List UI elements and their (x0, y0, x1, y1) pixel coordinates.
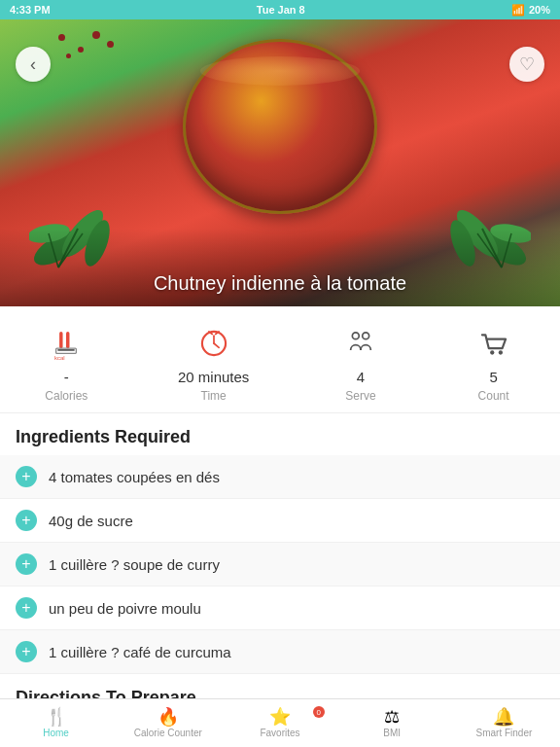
ingredient-4-text: un peu de poivre moulu (49, 600, 201, 617)
ingredient-2-text: 40g de sucre (49, 513, 133, 529)
add-ingredient-4-button[interactable]: + (16, 597, 37, 619)
ingredients-title: Ingredients Required (16, 427, 191, 446)
ingredients-section-header: Ingredients Required (0, 413, 560, 455)
info-calories: kcal - Calories (45, 322, 88, 403)
calories-value: - (64, 369, 69, 385)
info-serve: 4 Serve (339, 322, 382, 403)
hero-image: ‹ ♡ Chutney indienne à la tomate (0, 19, 560, 306)
favorites-icon: ⭐ (269, 708, 291, 726)
status-bar: 4:33 PM Tue Jan 8 📶 20% (0, 0, 560, 19)
add-ingredient-5-button[interactable]: + (16, 641, 37, 662)
svg-point-26 (498, 350, 502, 354)
nav-favorites-label: Favorites (260, 728, 299, 738)
info-count: 5 Count (472, 322, 515, 403)
svg-point-24 (363, 333, 369, 339)
nav-calorie-label: Calorie Counter (134, 728, 202, 738)
nav-smart-finder[interactable]: 🔔 Smart Finder (448, 704, 560, 742)
add-ingredient-3-button[interactable]: + (16, 553, 37, 575)
clock-icon (192, 322, 235, 365)
info-row: kcal - Calories 20 minutes Time (0, 306, 560, 413)
serve-label: Serve (345, 389, 375, 403)
back-button[interactable]: ‹ (16, 47, 51, 82)
favorites-badge: 0 (313, 706, 325, 718)
nav-bmi[interactable]: ⚖ BMI (336, 704, 448, 742)
svg-line-20 (214, 343, 219, 347)
add-ingredient-2-button[interactable]: + (16, 510, 37, 531)
status-time: 4:33 PM (10, 4, 51, 16)
nav-bmi-label: BMI (383, 728, 401, 738)
count-value: 5 (489, 369, 497, 385)
svg-rect-17 (56, 348, 77, 353)
serve-icon (339, 322, 382, 365)
back-icon: ‹ (30, 54, 36, 75)
time-label: Time (201, 389, 227, 403)
add-ingredient-1-button[interactable]: + (16, 466, 37, 487)
ingredient-3-text: 1 cuillère ? soupe de curry (49, 556, 220, 573)
home-icon: 🍴 (46, 708, 67, 726)
heart-icon: ♡ (519, 53, 535, 75)
calorie-icon: 🔥 (158, 708, 179, 726)
status-date: Tue Jan 8 (257, 4, 305, 16)
svg-point-23 (352, 333, 359, 339)
cart-icon (472, 322, 515, 365)
bmi-icon: ⚖ (384, 708, 400, 726)
svg-rect-15 (66, 332, 69, 348)
calories-label: Calories (45, 389, 88, 403)
battery-level: 20% (529, 4, 550, 16)
svg-text:kcal: kcal (54, 355, 65, 361)
ingredient-item: + un peu de poivre moulu (0, 587, 560, 630)
hero-overlay: Chutney indienne à la tomate (0, 229, 560, 306)
wifi-icon: 📶 (511, 4, 525, 17)
nav-calorie-counter[interactable]: 🔥 Calorie Counter (112, 704, 224, 742)
bottom-navigation: 🍴 Home 🔥 Calorie Counter ⭐ Favorites 0 ⚖… (0, 698, 560, 747)
ingredient-item: + 1 cuillère ? café de curcuma (0, 630, 560, 674)
nav-favorites[interactable]: ⭐ Favorites 0 (224, 704, 335, 742)
calories-icon: kcal (45, 322, 88, 365)
svg-rect-14 (59, 332, 62, 348)
ingredient-list: + 4 tomates coupées en dés + 40g de sucr… (0, 455, 560, 674)
ingredient-5-text: 1 cuillère ? café de curcuma (49, 644, 231, 660)
ingredient-item: + 4 tomates coupées en dés (0, 455, 560, 499)
favorite-button[interactable]: ♡ (509, 47, 544, 82)
info-time: 20 minutes Time (178, 322, 249, 403)
svg-point-25 (490, 350, 494, 354)
status-right: 📶 20% (511, 4, 550, 17)
smart-finder-icon: 🔔 (493, 708, 514, 726)
nav-home-label: Home (43, 728, 69, 738)
recipe-title: Chutney indienne à la tomate (154, 272, 406, 295)
time-value: 20 minutes (178, 369, 249, 385)
ingredient-item: + 40g de sucre (0, 499, 560, 543)
nav-home[interactable]: 🍴 Home (0, 704, 112, 742)
food-bowl (183, 39, 377, 214)
nav-smart-finder-label: Smart Finder (476, 728, 533, 738)
count-label: Count (478, 389, 509, 403)
serve-value: 4 (357, 369, 365, 385)
ingredient-item: + 1 cuillère ? soupe de curry (0, 543, 560, 587)
ingredient-1-text: 4 tomates coupées en dés (49, 469, 220, 485)
